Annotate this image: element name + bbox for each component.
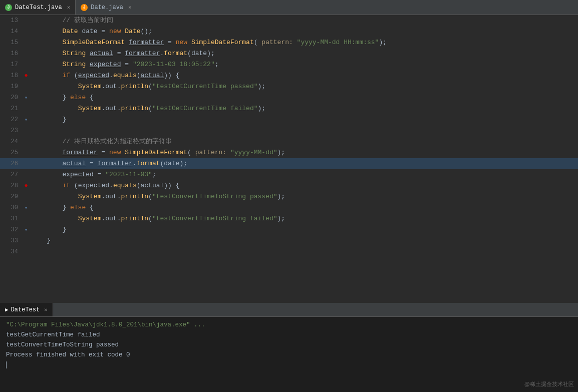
gutter-empty <box>21 191 31 202</box>
gutter-empty <box>21 158 31 169</box>
code-text: } <box>31 224 578 235</box>
tab-bar: J DateTest.java ✕ J Date.java ✕ <box>0 0 578 15</box>
gutter-empty <box>21 169 31 180</box>
console-line: testConvertTimeToString passed <box>6 340 572 350</box>
code-text: } <box>31 114 578 125</box>
fold-icon[interactable]: ▾ <box>21 202 31 213</box>
code-text: String expected = "2023-11-03 18:05:22"; <box>31 59 578 70</box>
editor-line-17: 17 String expected = "2023-11-03 18:05:2… <box>0 59 578 70</box>
breakpoint-icon[interactable]: ● <box>21 70 31 81</box>
line-number: 31 <box>0 213 21 224</box>
gutter-empty <box>21 136 31 147</box>
fold-icon[interactable]: ▾ <box>21 114 31 125</box>
code-text: // 获取当前时间 <box>31 15 578 26</box>
gutter-empty <box>21 125 31 136</box>
code-text: System.out.println("testConvertTimeToStr… <box>31 213 578 224</box>
line-number: 23 <box>0 125 21 136</box>
code-text: if (expected.equals(actual)) { <box>31 70 578 81</box>
line-number: 34 <box>0 246 21 257</box>
panel-tab-bar: ▶ DateTest ✕ <box>0 303 578 317</box>
tab-date-label: Date.java <box>91 4 123 11</box>
code-text: } else { <box>31 202 578 213</box>
gutter-empty <box>21 37 31 48</box>
console-line: Process finished with exit code 0 <box>6 350 572 360</box>
tab-date[interactable]: J Date.java ✕ <box>76 0 137 15</box>
editor-line-21: 21 System.out.println("testGetCurrentTim… <box>0 103 578 114</box>
editor-line-19: 19 System.out.println("testGetCurrentTim… <box>0 81 578 92</box>
line-number: 28 <box>0 180 21 191</box>
breakpoint-icon[interactable]: ● <box>21 180 31 191</box>
editor-line-25: 25 formatter = new SimpleDateFormat( pat… <box>0 147 578 158</box>
code-text: System.out.println("testGetCurrentTime p… <box>31 81 578 92</box>
code-text: } <box>31 235 578 246</box>
gutter-empty <box>21 59 31 70</box>
panel-tab-datetest[interactable]: ▶ DateTest ✕ <box>0 303 53 316</box>
editor-line-33: 33 } <box>0 235 578 246</box>
line-number: 32 <box>0 224 21 235</box>
editor: 13 // 获取当前时间14 Date date = new Date();15… <box>0 15 578 303</box>
code-text: // 将日期格式化为指定格式的字符串 <box>31 136 578 147</box>
code-text: System.out.println("testConvertTimeToStr… <box>31 191 578 202</box>
console-output: "C:\Program Files\Java\jdk1.8.0_201\bin\… <box>0 317 578 392</box>
code-text: String actual = formatter.format(date); <box>31 48 578 59</box>
editor-line-13: 13 // 获取当前时间 <box>0 15 578 26</box>
line-number: 19 <box>0 81 21 92</box>
code-text: } else { <box>31 92 578 103</box>
editor-line-20: 20▾ } else { <box>0 92 578 103</box>
console-line <box>6 360 572 370</box>
code-text <box>31 246 578 257</box>
line-number: 16 <box>0 48 21 59</box>
line-number: 13 <box>0 15 21 26</box>
fold-icon[interactable]: ▾ <box>21 92 31 103</box>
gutter-empty <box>21 246 31 257</box>
gutter-empty <box>21 147 31 158</box>
editor-line-22: 22▾ } <box>0 114 578 125</box>
line-number: 18 <box>0 70 21 81</box>
editor-line-30: 30▾ } else { <box>0 202 578 213</box>
editor-line-34: 34 <box>0 246 578 257</box>
editor-line-27: 27 expected = "2023-11-03"; <box>0 169 578 180</box>
line-number: 22 <box>0 114 21 125</box>
code-text: System.out.println("testGetCurrentTime f… <box>31 103 578 114</box>
code-text: if (expected.equals(actual)) { <box>31 180 578 191</box>
editor-body: 13 // 获取当前时间14 Date date = new Date();15… <box>0 15 578 303</box>
code-text: formatter = new SimpleDateFormat( patter… <box>31 147 578 158</box>
editor-line-31: 31 System.out.println("testConvertTimeTo… <box>0 213 578 224</box>
line-number: 15 <box>0 37 21 48</box>
fold-icon[interactable]: ▾ <box>21 224 31 235</box>
line-number: 30 <box>0 202 21 213</box>
bottom-panel: ▶ DateTest ✕ "C:\Program Files\Java\jdk1… <box>0 303 578 392</box>
line-number: 20 <box>0 92 21 103</box>
gutter-empty <box>21 48 31 59</box>
editor-line-29: 29 System.out.println("testConvertTimeTo… <box>0 191 578 202</box>
tab-datetest-icon: J <box>5 4 12 11</box>
editor-line-23: 23 <box>0 125 578 136</box>
panel-tab-label: DateTest <box>11 306 40 313</box>
code-text: SimpleDateFormat formatter = new SimpleD… <box>31 37 578 48</box>
tab-date-icon: J <box>81 4 88 11</box>
line-number: 17 <box>0 59 21 70</box>
tab-datetest[interactable]: J DateTest.java ✕ <box>0 0 76 15</box>
panel-tab-icon: ▶ <box>5 306 9 313</box>
line-number: 14 <box>0 26 21 37</box>
gutter-empty <box>21 81 31 92</box>
tab-date-close[interactable]: ✕ <box>128 4 132 11</box>
code-text: Date date = new Date(); <box>31 26 578 37</box>
line-number: 25 <box>0 147 21 158</box>
editor-line-32: 32▾ } <box>0 224 578 235</box>
watermark: @稀土掘金技术社区 <box>524 380 574 388</box>
line-number: 26 <box>0 158 21 169</box>
console-line: testGetCurrentTime failed <box>6 330 572 340</box>
editor-line-14: 14 Date date = new Date(); <box>0 26 578 37</box>
console-line: "C:\Program Files\Java\jdk1.8.0_201\bin\… <box>6 320 572 330</box>
code-text <box>31 125 578 136</box>
code-text: actual = formatter.format(date); <box>31 158 578 169</box>
panel-tab-close[interactable]: ✕ <box>44 306 48 313</box>
code-text: expected = "2023-11-03"; <box>31 169 578 180</box>
editor-line-28: 28● if (expected.equals(actual)) { <box>0 180 578 191</box>
line-number: 27 <box>0 169 21 180</box>
gutter-empty <box>21 103 31 114</box>
editor-line-18: 18● if (expected.equals(actual)) { <box>0 70 578 81</box>
gutter-empty <box>21 213 31 224</box>
tab-datetest-close[interactable]: ✕ <box>67 4 71 11</box>
